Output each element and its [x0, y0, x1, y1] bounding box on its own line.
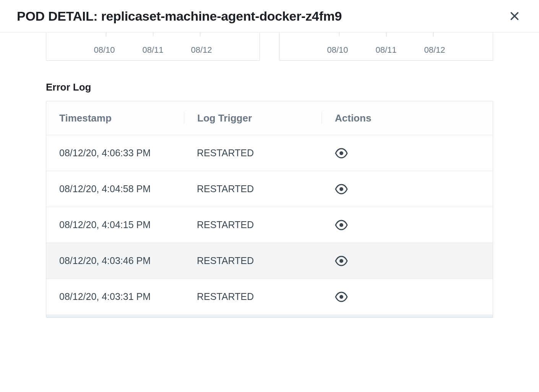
table-row[interactable]: 08/12/20, 4:06:33 PM RESTARTED — [46, 135, 493, 171]
table-header-row: Timestamp Log Trigger Actions — [46, 101, 493, 135]
error-log-table: Timestamp Log Trigger Actions 08/12/20, … — [46, 101, 493, 318]
page-title: POD DETAIL: replicaset-machine-agent-doc… — [17, 9, 342, 24]
chart-axis-left: 08/10 08/11 08/12 — [46, 45, 260, 55]
chart-tick-label: 08/12 — [191, 45, 212, 55]
chart-tick-label: 08/12 — [424, 45, 445, 55]
chart-tick-label: 08/10 — [94, 45, 115, 55]
cell-actions — [321, 289, 493, 305]
col-header-timestamp[interactable]: Timestamp — [46, 112, 184, 124]
svg-point-2 — [339, 223, 343, 227]
svg-point-1 — [339, 187, 343, 191]
chart-row: 08/10 08/11 08/12 08/10 08/11 08/12 — [46, 32, 493, 61]
modal-body: 08/10 08/11 08/12 08/10 08/11 08/12 Erro… — [0, 32, 539, 318]
section-title-error-log: Error Log — [46, 81, 493, 93]
view-log-button[interactable] — [334, 146, 350, 161]
title-prefix: POD DETAIL: — [17, 9, 101, 23]
svg-point-0 — [339, 151, 343, 155]
cell-actions — [321, 181, 493, 197]
table-row[interactable]: 08/12/20, 4:03:46 PM RESTARTED — [46, 243, 493, 279]
svg-point-4 — [339, 295, 343, 299]
cell-timestamp: 08/12/20, 4:04:58 PM — [46, 183, 184, 194]
view-log-button[interactable] — [334, 289, 350, 305]
cell-actions — [321, 253, 493, 269]
close-button[interactable] — [507, 8, 522, 24]
chart-card-left[interactable]: 08/10 08/11 08/12 — [46, 32, 260, 61]
cell-trigger: RESTARTED — [184, 219, 321, 230]
view-log-button[interactable] — [334, 181, 350, 197]
view-log-button[interactable] — [334, 253, 350, 269]
table-row[interactable]: 08/12/20, 4:03:31 PM RESTARTED — [46, 279, 493, 314]
eye-icon — [334, 254, 348, 268]
cell-actions — [321, 146, 493, 161]
chart-tick-label: 08/10 — [327, 45, 348, 55]
cell-timestamp: 08/12/20, 4:03:31 PM — [46, 291, 184, 302]
close-icon — [509, 10, 520, 22]
table-horizontal-scrollbar[interactable] — [46, 314, 493, 317]
pod-name: replicaset-machine-agent-docker-z4fm9 — [101, 9, 342, 23]
table-row[interactable]: 08/12/20, 4:04:58 PM RESTARTED — [46, 171, 493, 207]
eye-icon — [334, 290, 348, 304]
cell-timestamp: 08/12/20, 4:06:33 PM — [46, 147, 184, 159]
view-log-button[interactable] — [334, 217, 350, 233]
cell-trigger: RESTARTED — [184, 147, 321, 159]
cell-timestamp: 08/12/20, 4:04:15 PM — [46, 219, 184, 230]
chart-axis-right: 08/10 08/11 08/12 — [279, 45, 493, 55]
cell-actions — [321, 217, 493, 233]
svg-point-3 — [339, 259, 343, 263]
cell-trigger: RESTARTED — [184, 291, 321, 302]
table-row[interactable]: 08/12/20, 4:04:15 PM RESTARTED — [46, 207, 493, 243]
cell-timestamp: 08/12/20, 4:03:46 PM — [46, 255, 184, 266]
chart-tick-label: 08/11 — [375, 45, 396, 55]
eye-icon — [334, 146, 348, 160]
cell-trigger: RESTARTED — [184, 183, 321, 194]
modal-header: POD DETAIL: replicaset-machine-agent-doc… — [0, 0, 539, 32]
chart-card-right[interactable]: 08/10 08/11 08/12 — [279, 32, 493, 61]
eye-icon — [334, 218, 348, 232]
col-header-actions[interactable]: Actions — [321, 112, 493, 124]
col-header-trigger[interactable]: Log Trigger — [184, 112, 321, 124]
cell-trigger: RESTARTED — [184, 255, 321, 266]
chart-tick-label: 08/11 — [142, 45, 163, 55]
eye-icon — [334, 182, 348, 196]
